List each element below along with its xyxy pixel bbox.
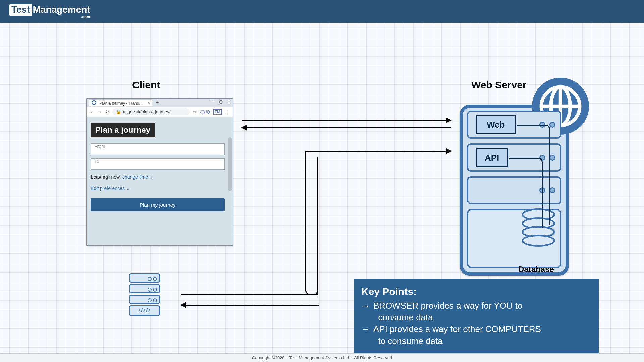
tab-title: Plan a journey - Transport for Lo… xyxy=(99,101,152,106)
wire-api-to-db xyxy=(509,158,543,228)
brand-logo: TestManagement .com xyxy=(9,4,90,19)
scrollbar-thumb[interactable] xyxy=(228,137,232,191)
browser-window: Plan a journey - Transport for Lo… × + —… xyxy=(86,98,233,246)
window-minimize-icon[interactable]: — xyxy=(210,99,214,104)
key-points-box: Key Points: → BROWSER provides a way for… xyxy=(354,279,599,354)
database-label: Database xyxy=(518,265,554,274)
leaving-label: Leaving: xyxy=(91,174,110,180)
client-label: Client xyxy=(132,79,160,91)
from-input[interactable]: From xyxy=(91,143,225,155)
page-body: Plan a journey From To Leaving: now chan… xyxy=(87,117,233,245)
extension-other-icon[interactable]: ◯ IQ xyxy=(200,110,210,114)
connector-horizontal-b xyxy=(181,294,317,295)
bookmark-star-icon[interactable]: ☆ xyxy=(193,109,197,114)
arrow-client-to-web xyxy=(241,120,451,121)
browser-toolbar: ← → ↻ 🔒 tfl.gov.uk/plan-a-journey/ ☆ ◯ I… xyxy=(87,107,233,117)
key-point-1: → BROWSER provides a way for YOU to cons… xyxy=(361,300,591,323)
external-server-icon: ///// xyxy=(129,273,160,316)
address-url: tfl.gov.uk/plan-a-journey/ xyxy=(123,109,170,114)
change-time-link[interactable]: change time xyxy=(122,174,148,180)
key-points-heading: Key Points: xyxy=(361,285,591,299)
address-bar[interactable]: 🔒 tfl.gov.uk/plan-a-journey/ xyxy=(112,108,190,115)
chevron-right-icon: › xyxy=(151,174,152,180)
extension-tm-icon[interactable]: TM xyxy=(213,109,222,115)
leaving-row: Leaving: now change time › xyxy=(91,174,229,180)
page-heading: Plan a journey xyxy=(91,123,155,137)
new-tab-button[interactable]: + xyxy=(156,100,159,106)
web-server-rack: Web API xyxy=(460,105,569,276)
arrow-to-api xyxy=(305,151,451,152)
plan-journey-button[interactable]: Plan my journey xyxy=(91,198,225,211)
browser-menu-icon[interactable]: ⋮ xyxy=(225,109,229,114)
connector-corner-b xyxy=(304,157,318,295)
window-maximize-icon[interactable]: ▢ xyxy=(219,99,223,104)
arrow-right-icon: → xyxy=(361,323,370,347)
web-chip: Web xyxy=(476,115,516,134)
brand-rest: Management xyxy=(33,4,90,15)
arrow-web-to-client xyxy=(241,127,451,128)
arrow-api-to-miniserver xyxy=(181,305,319,306)
browser-tab[interactable]: Plan a journey - Transport for Lo… × xyxy=(89,99,152,106)
chevron-down-icon: ⌄ xyxy=(126,186,130,191)
browser-tabstrip: Plan a journey - Transport for Lo… × + —… xyxy=(87,99,233,107)
nav-reload-icon[interactable]: ↻ xyxy=(105,109,109,114)
footer-copyright: Copyright ©2020 – Test Management System… xyxy=(0,353,644,362)
leaving-value: now xyxy=(111,174,120,180)
server-label: Web Server xyxy=(471,79,527,91)
nav-forward-icon[interactable]: → xyxy=(98,109,102,114)
key-point-2: → API provides a way for other COMPUTERS… xyxy=(361,323,591,347)
arrow-right-icon: → xyxy=(361,300,370,323)
edit-preferences-link[interactable]: Edit preferences ⌄ xyxy=(91,186,229,191)
tab-close-icon[interactable]: × xyxy=(148,101,150,105)
nav-back-icon[interactable]: ← xyxy=(90,109,94,114)
top-banner: TestManagement .com xyxy=(0,0,644,23)
window-controls: — ▢ ✕ xyxy=(210,99,231,104)
api-chip: API xyxy=(476,148,508,167)
to-input[interactable]: To xyxy=(91,158,225,170)
lock-icon: 🔒 xyxy=(116,109,121,114)
brand-box: Test xyxy=(9,4,32,16)
window-close-icon[interactable]: ✕ xyxy=(227,99,231,104)
